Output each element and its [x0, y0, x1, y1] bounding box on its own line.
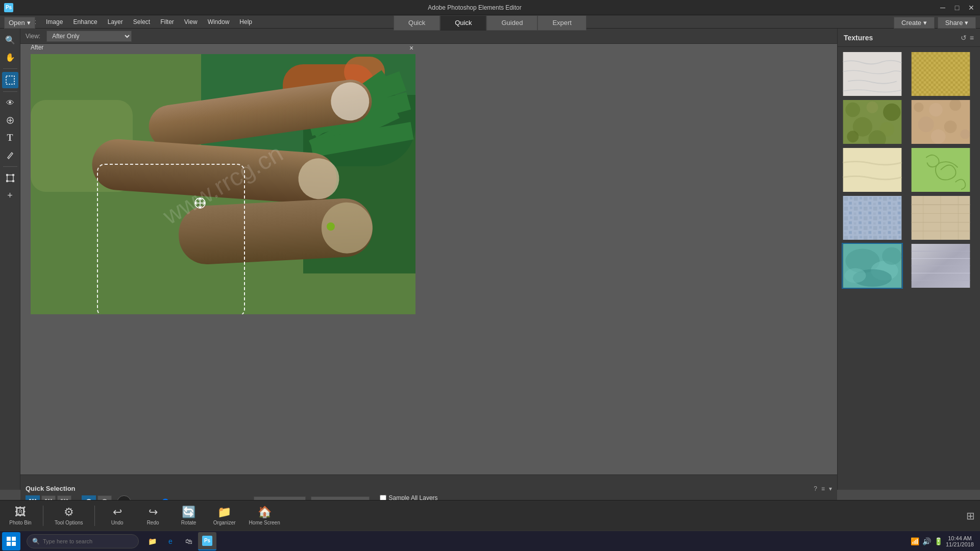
undo-icon: ↩ [113, 506, 122, 519]
menu-window[interactable]: Window [203, 15, 235, 29]
texture-blue-pattern[interactable] [842, 195, 903, 241]
texture-tan-rough[interactable] [910, 99, 971, 145]
move-tool[interactable]: ✋ [2, 49, 18, 65]
photo-canvas[interactable]: www.rrcg.cn [31, 54, 415, 314]
list-icon[interactable]: ≡ [821, 485, 825, 492]
svg-point-27 [867, 102, 878, 113]
photo-bin-button[interactable]: 🖼 Photo Bin [5, 504, 36, 528]
image-container: After × [31, 54, 415, 314]
taskbar: 🔍 📁 e 🛍 Ps 📶 🔊 🔋 10:44 AM 11/21/2018 [0, 531, 980, 551]
svg-rect-82 [12, 542, 16, 546]
tab-guided[interactable]: Quick [440, 15, 486, 31]
tab-export[interactable]: Expert [537, 15, 586, 31]
taskbar-search-bar[interactable]: 🔍 [27, 534, 139, 548]
open-arrow: ▾ [27, 19, 31, 27]
svg-rect-7 [6, 180, 8, 182]
create-button[interactable]: Create ▾ [894, 17, 935, 29]
texture-yellow-fabric[interactable] [910, 51, 971, 97]
redo-icon: ↪ [149, 506, 158, 519]
taskbar-search-input[interactable] [43, 538, 133, 544]
taskbar-time-value: 10:44 AM [946, 535, 974, 541]
redo-label: Redo [147, 520, 159, 525]
volume-icon[interactable]: 🔊 [922, 537, 931, 545]
maximize-button[interactable]: □ [950, 2, 964, 13]
transform-tool[interactable] [2, 170, 18, 186]
start-button[interactable] [2, 532, 20, 550]
tool-options-button[interactable]: ⚙ Tool Options [51, 504, 87, 528]
texture-green-rough[interactable] [842, 99, 903, 145]
home-screen-button[interactable]: 🏠 Home Screen [245, 504, 284, 528]
close-button[interactable]: ✕ [965, 2, 978, 13]
menu-view[interactable]: View [179, 15, 203, 29]
menu-filter[interactable]: Filter [155, 15, 179, 29]
canvas-area: After × [20, 44, 837, 490]
paint-tool[interactable] [2, 147, 18, 163]
menu-image[interactable]: Image [41, 15, 68, 29]
texture-yellow-smooth[interactable] [842, 147, 903, 193]
taskbar-clock[interactable]: 10:44 AM 11/21/2018 [946, 535, 974, 547]
menu-layer[interactable]: Layer [103, 15, 128, 29]
menu-enhance[interactable]: Enhance [68, 15, 102, 29]
rotate-button[interactable]: 🔄 Rotate [174, 504, 204, 528]
photo-bin-label: Photo Bin [9, 520, 31, 525]
right-panel-header: Textures ↺ ≡ [838, 29, 980, 47]
zoom-tool[interactable]: 🔍 [2, 32, 18, 48]
right-panel: Textures ↺ ≡ [837, 29, 980, 490]
minimize-button[interactable]: ─ [936, 2, 949, 13]
bottom-divider-1 [43, 506, 43, 526]
texture-silver-metallic[interactable] [910, 243, 971, 289]
taskbar-edge[interactable]: e [161, 532, 180, 550]
taskbar-store[interactable]: 🛍 [180, 532, 198, 550]
share-button[interactable]: Share ▾ [938, 17, 976, 29]
photoshop-taskbar-icon: Ps [202, 536, 212, 546]
menu-select[interactable]: Select [128, 15, 155, 29]
bottom-divider-2 [94, 506, 95, 526]
taskbar-date-value: 11/21/2018 [946, 541, 974, 547]
organizer-icon: 📁 [217, 506, 231, 519]
right-panel-title: Textures [844, 34, 873, 42]
green-object [327, 222, 335, 231]
healing-tool[interactable] [2, 112, 18, 129]
taskbar-right: 📶 🔊 🔋 10:44 AM 11/21/2018 [911, 535, 978, 547]
texture-green-spiral[interactable] [910, 147, 971, 193]
organizer-button[interactable]: 📁 Organizer [209, 504, 240, 528]
adjustments-icon[interactable]: ⊞ [966, 510, 975, 522]
app-icon: Ps [4, 3, 13, 12]
svg-rect-6 [12, 174, 14, 176]
texture-white-plaster[interactable] [842, 51, 903, 97]
arrow-icon[interactable]: ▾ [829, 485, 832, 492]
svg-point-26 [845, 103, 860, 117]
move-cursor-icon [194, 197, 206, 209]
tab-quick[interactable]: Quick [394, 15, 440, 31]
photo-bin-icon: 🖼 [15, 506, 26, 519]
taskbar-photoshop-active[interactable]: Ps [198, 532, 216, 550]
title-bar: Ps Adobe Photoshop Elements Editor ─ □ ✕ [0, 0, 980, 15]
svg-rect-0 [6, 76, 14, 84]
selection-tool[interactable] [2, 72, 18, 88]
help-icon[interactable]: ? [814, 485, 817, 492]
close-canvas-button[interactable]: × [407, 44, 415, 52]
taskbar-file-explorer[interactable]: 📁 [143, 532, 161, 550]
texture-teal-watercolor[interactable] [842, 243, 903, 289]
tool-options-header: Quick Selection ? ≡ ▾ [20, 485, 837, 494]
undo-label: Undo [111, 520, 124, 525]
menu-help[interactable]: Help [234, 15, 257, 29]
panel-menu-icon[interactable]: ≡ [970, 34, 974, 42]
text-tool[interactable]: T [2, 130, 18, 146]
refresh-icon[interactable]: ↺ [961, 34, 967, 42]
left-toolbar: 🔍 ✋ 👁 T + [0, 29, 20, 490]
undo-button[interactable]: ↩ Undo [102, 504, 133, 528]
after-label: After [31, 44, 43, 51]
custom-tool[interactable]: + [2, 187, 18, 204]
battery-icon[interactable]: 🔋 [934, 537, 943, 545]
right-panel-icons: ↺ ≡ [961, 34, 974, 42]
network-icon[interactable]: 📶 [911, 537, 919, 545]
redo-button[interactable]: ↪ Redo [138, 504, 168, 528]
view-select[interactable]: After Only Before Only Before & After Ho… [46, 31, 132, 42]
tab-expert[interactable]: Guided [486, 15, 537, 31]
open-button[interactable]: Open ▾ [4, 17, 35, 29]
texture-sand-rough[interactable] [910, 195, 971, 241]
rotate-label: Rotate [181, 520, 196, 525]
redeye-tool[interactable]: 👁 [2, 95, 18, 111]
organizer-label: Organizer [213, 520, 236, 525]
